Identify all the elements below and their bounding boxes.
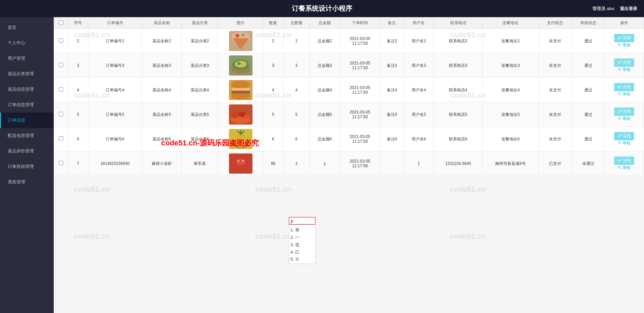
svg-point-7 [237, 62, 241, 65]
svg-point-6 [235, 61, 247, 68]
autocomplete-suggestion[interactable]: 3. 也 [290, 241, 314, 249]
sidebar-item-3[interactable]: 菜品分类管理 [0, 66, 54, 82]
audit-button[interactable]: ✎ 审核 [618, 140, 630, 146]
audit-button[interactable]: ✎ 审核 [618, 42, 630, 48]
autocomplete-suggestion[interactable]: 5. ① [290, 256, 314, 262]
row-remark: 备注3 [380, 53, 404, 78]
app-title: 订餐系统设计小程序 [292, 5, 352, 12]
autocomplete-suggestion[interactable]: 1. 有 [290, 226, 314, 234]
row-checkbox-cell [54, 53, 68, 78]
svg-point-3 [242, 34, 244, 36]
sidebar-item-4[interactable]: 菜品信息管理 [0, 82, 54, 97]
col-header-8: 总金额 [310, 17, 340, 29]
row-order-time: 2021-03-05 11:17:50 [340, 53, 380, 78]
row-image-cell [218, 102, 263, 127]
sidebar-item-6[interactable]: 订单信息 [0, 113, 54, 128]
audit-button[interactable]: ✎ 审核 [618, 116, 630, 122]
row-total-amount: 总金额2 [310, 29, 340, 53]
row-operations: ☍ 详情✎ 审核 [605, 29, 644, 53]
row-food-image [229, 80, 252, 100]
svg-point-22 [238, 138, 243, 143]
row-image-cell [218, 127, 263, 151]
sidebar-item-7[interactable]: 配送信息管理 [0, 128, 54, 143]
row-checkbox-cell [54, 78, 68, 102]
detail-button[interactable]: ☍ 详情 [614, 34, 634, 42]
col-header-7: 总数量 [283, 17, 310, 29]
autocomplete-suggestion[interactable]: 2. 一 [290, 234, 314, 241]
row-username: 用户名2 [404, 29, 434, 53]
autocomplete-input[interactable] [289, 217, 316, 225]
audit-button[interactable]: ✎ 审核 [618, 67, 630, 73]
select-all-checkbox[interactable] [59, 20, 63, 25]
sidebar-item-9[interactable]: 订单投诉管理 [0, 159, 54, 174]
audit-button[interactable]: ✎ 审核 [618, 91, 630, 97]
row-total-amount: 总金额4 [310, 78, 340, 102]
row-total-qty: 3 [283, 53, 310, 78]
autocomplete-suggestion[interactable]: 4. 己 [290, 249, 314, 256]
row-remark: 备注4 [380, 78, 404, 102]
row-checkbox[interactable] [59, 63, 63, 67]
svg-point-2 [235, 34, 239, 38]
header-right: 管理员 abo 退出登录 [592, 6, 637, 12]
table-row: 2订单编号2菜品名称2菜品分类2 22总金额22021-03-05 11:17:… [54, 29, 644, 53]
row-audit-status: 通过 [571, 102, 604, 127]
row-operations: ☍ 详情✎ 审核 [605, 78, 644, 102]
row-checkbox-cell [54, 127, 68, 151]
col-header-14: 支付状态 [539, 17, 571, 29]
row-quantity: 2 [263, 29, 283, 53]
row-username: 用户名3 [404, 53, 434, 78]
row-checkbox[interactable] [59, 161, 63, 165]
row-order-time: 2021-03-05 11:17:56 [340, 151, 380, 176]
sidebar-item-8[interactable]: 菜品评价管理 [0, 143, 54, 159]
row-address: 送餐地址4 [482, 78, 539, 102]
row-operations: ☍ 详情✎ 审核 [605, 53, 644, 78]
row-username: 1 [404, 151, 434, 176]
row-total-amount: y [310, 151, 340, 176]
row-remark: 备注2 [380, 29, 404, 53]
detail-button[interactable]: ☍ 详情 [614, 58, 634, 67]
col-header-12: 联系电话 [434, 17, 482, 29]
row-phone: 联系电话5 [434, 102, 482, 127]
row-food-image [229, 153, 252, 174]
sidebar-item-5[interactable]: 订单信息管理 [0, 97, 54, 113]
row-quantity: 4 [263, 78, 283, 102]
sidebar-item-0[interactable]: 首页 [0, 20, 54, 35]
row-pay-status: 未支付 [539, 78, 571, 102]
col-header-9: 下单时间 [340, 17, 380, 29]
sidebar-item-1[interactable]: 个人中心 [0, 35, 54, 51]
detail-button[interactable]: ☍ 详情 [614, 83, 634, 91]
row-category: 菜品分类3 [182, 53, 218, 78]
row-total-qty: 6 [283, 127, 310, 151]
row-checkbox[interactable] [59, 38, 63, 43]
autocomplete-list: 1. 有2. 一3. 也4. 己5. ① [289, 225, 316, 264]
row-quantity: 88 [263, 151, 283, 176]
svg-point-30 [242, 160, 244, 162]
row-pay-status: 未支付 [539, 127, 571, 151]
detail-button[interactable]: ☍ 详情 [614, 107, 634, 116]
row-order-no: 订单编号2 [88, 29, 142, 53]
col-header-4: 菜品分类 [182, 17, 218, 29]
row-address: 送餐地址5 [482, 102, 539, 127]
sidebar-item-2[interactable]: 用户管理 [0, 51, 54, 66]
row-food-image [229, 104, 252, 125]
sidebar-item-10[interactable]: 系统管理 [0, 174, 54, 190]
row-quantity: 6 [263, 127, 283, 151]
logout-button[interactable]: 退出登录 [620, 6, 637, 12]
audit-button[interactable]: ✎ 审核 [618, 165, 630, 171]
row-image-cell [218, 53, 263, 78]
row-checkbox[interactable] [59, 87, 63, 92]
row-phone: 联系电话3 [434, 53, 482, 78]
row-total-qty: 2 [283, 29, 310, 53]
row-phone: 联系电话6 [434, 127, 482, 151]
svg-rect-9 [232, 88, 250, 91]
detail-button[interactable]: ☍ 详情 [614, 156, 634, 165]
row-remark [380, 151, 404, 176]
table-row: 4订单编号4菜品名称4菜品分类4 44总金额42021-03-05 11:17:… [54, 78, 644, 102]
row-category: 菜品分类5 [182, 102, 218, 127]
row-order-time: 2021-03-05 11:17:50 [340, 102, 380, 127]
detail-button[interactable]: ☍ 详情 [614, 132, 634, 140]
row-checkbox-cell [54, 29, 68, 53]
row-checkbox[interactable] [59, 136, 63, 141]
row-order-no: 订单编号6 [88, 127, 142, 151]
row-checkbox[interactable] [59, 112, 63, 116]
